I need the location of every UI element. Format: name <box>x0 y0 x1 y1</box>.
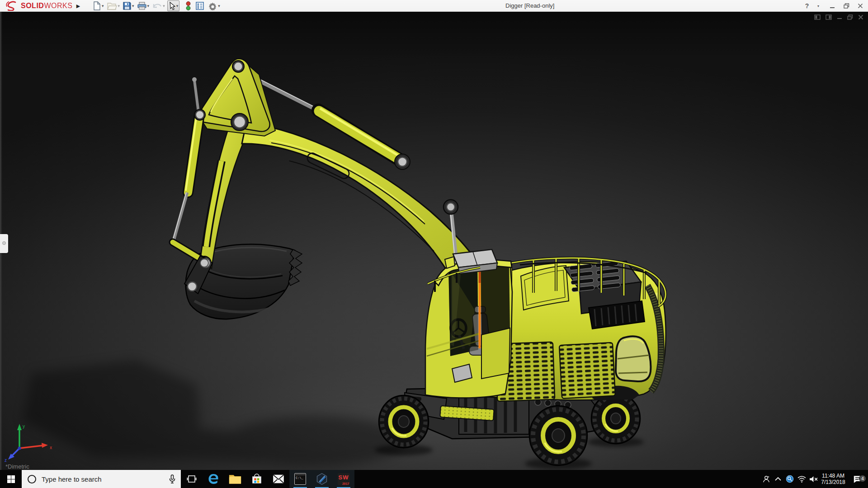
wheel-front-left[interactable] <box>379 395 429 448</box>
cortana-icon <box>28 475 36 483</box>
mail-icon <box>272 474 285 484</box>
open-button[interactable]: ▾ <box>106 0 121 11</box>
taskbar-clock[interactable]: 11:48 AM 7/13/2018 <box>819 473 847 485</box>
view-orientation-label: *Dimetric <box>5 463 29 470</box>
command-prompt-icon: C:\_ <box>294 473 306 485</box>
save-icon <box>123 2 131 10</box>
file-explorer-icon <box>229 474 241 484</box>
dropdown-arrow-icon[interactable]: ▾ <box>163 4 165 8</box>
tray-time: 11:48 AM <box>819 473 847 479</box>
doc-restore-icon[interactable] <box>847 14 853 20</box>
start-button[interactable] <box>0 470 22 488</box>
open-icon <box>107 2 117 10</box>
doc-minimize-icon[interactable] <box>837 14 842 20</box>
solidworks-logo: SOLIDWORKS <box>5 0 72 11</box>
wheel-rear-right[interactable] <box>591 393 640 444</box>
hexagon-app-icon <box>316 473 328 485</box>
window-controls: ? ▾ <box>802 0 865 12</box>
gear-icon <box>208 2 217 10</box>
triad-x-label: x <box>50 445 52 450</box>
dropdown-arrow-icon[interactable]: ▾ <box>176 4 179 8</box>
properties-list-icon <box>196 2 204 10</box>
close-button[interactable] <box>855 3 865 9</box>
dropdown-arrow-icon[interactable]: ▾ <box>102 4 104 8</box>
roof-ac-unit <box>453 249 497 274</box>
model-digger[interactable]: y x z <box>0 12 868 470</box>
pane-right-icon[interactable] <box>826 14 832 20</box>
rebuild-button[interactable] <box>184 0 192 11</box>
hidden-icons-chevron[interactable] <box>772 477 784 481</box>
print-button[interactable]: ▾ <box>137 0 151 11</box>
solidworks-logo-text: SOLIDWORKS <box>21 2 72 10</box>
minimize-button[interactable] <box>827 3 837 9</box>
restore-button[interactable] <box>841 3 851 9</box>
document-window-controls <box>814 14 863 20</box>
taskbar-app-cad-viewer[interactable] <box>311 470 333 488</box>
tray-blue-app-icon[interactable] <box>784 475 796 483</box>
action-center-button[interactable]: 4 <box>847 475 868 483</box>
volume-muted-icon[interactable] <box>807 476 819 483</box>
save-button[interactable]: ▾ <box>122 0 135 11</box>
microphone-icon[interactable] <box>169 474 175 483</box>
notification-badge: 4 <box>859 475 866 482</box>
toolbar-expand-arrow[interactable]: ▶ <box>74 0 82 12</box>
doc-close-icon[interactable] <box>858 14 863 20</box>
select-button[interactable]: ▾ <box>167 0 180 11</box>
triad-z-label: z <box>5 458 7 463</box>
standard-toolbar: ▾ ▾ ▾ ▾ ▾ <box>92 0 222 12</box>
wheel-front-right[interactable] <box>529 406 587 465</box>
people-icon[interactable] <box>760 475 772 483</box>
edge-icon <box>207 473 220 485</box>
wifi-icon[interactable] <box>796 476 807 483</box>
door-window[interactable] <box>481 261 510 335</box>
task-view-icon <box>187 474 197 483</box>
windows-taskbar: Type here to search <box>0 470 868 488</box>
new-document-button[interactable]: ▾ <box>92 0 105 11</box>
taskbar-app-file-explorer[interactable] <box>224 470 246 488</box>
dropdown-arrow-icon[interactable]: ▾ <box>147 4 150 8</box>
bucket-cylinder[interactable] <box>173 77 199 240</box>
undo-icon <box>152 2 162 9</box>
taskbar-app-command-prompt[interactable]: C:\_ <box>289 470 311 488</box>
tray-date: 7/13/2018 <box>819 479 847 485</box>
help-button[interactable]: ? <box>802 2 812 9</box>
undo-button[interactable]: ▾ <box>151 0 166 11</box>
graphics-viewport[interactable]: y x z *Dimetric <box>0 12 868 470</box>
options-button[interactable]: ▾ <box>208 0 221 11</box>
window-title: Digger [Read-only] <box>505 0 554 12</box>
titlebar: SOLIDWORKS ▶ ▾ ▾ ▾ <box>0 0 868 12</box>
taskbar-app-edge[interactable] <box>203 470 224 488</box>
dropdown-arrow-icon[interactable]: ▾ <box>118 4 120 8</box>
traffic-light-icon <box>185 1 191 10</box>
cab[interactable] <box>425 249 512 398</box>
pane-left-icon[interactable] <box>814 14 821 20</box>
logo-bold: SOLID <box>21 2 44 9</box>
select-cursor-icon <box>169 2 175 10</box>
taskbar-app-solidworks[interactable]: SW 2017 <box>333 470 354 488</box>
print-icon <box>137 2 146 10</box>
solidworks-logo-mark <box>5 1 19 11</box>
logo-light: WORKS <box>44 2 72 9</box>
taskbar-app-store[interactable] <box>246 470 268 488</box>
new-document-icon <box>93 1 101 10</box>
dropdown-arrow-icon[interactable]: ▾ <box>218 4 220 8</box>
system-tray: 11:48 AM 7/13/2018 4 <box>760 470 868 488</box>
restore-icon <box>844 3 849 9</box>
task-view-button[interactable] <box>181 470 203 488</box>
search-box[interactable]: Type here to search <box>22 470 181 488</box>
search-placeholder: Type here to search <box>42 475 169 483</box>
triad-y-label: y <box>23 424 25 429</box>
solidworks-2017-icon: SW 2017 <box>338 473 350 485</box>
windows-logo-icon <box>7 475 15 483</box>
minimize-icon <box>830 3 835 9</box>
dropdown-arrow-icon[interactable]: ▾ <box>132 4 134 8</box>
taskbar-app-mail[interactable] <box>268 470 289 488</box>
file-properties-button[interactable] <box>195 0 205 11</box>
close-icon <box>858 3 863 9</box>
door-panel <box>481 328 510 379</box>
help-dropdown-arrow[interactable]: ▾ <box>813 4 823 8</box>
microsoft-store-icon <box>251 473 263 485</box>
